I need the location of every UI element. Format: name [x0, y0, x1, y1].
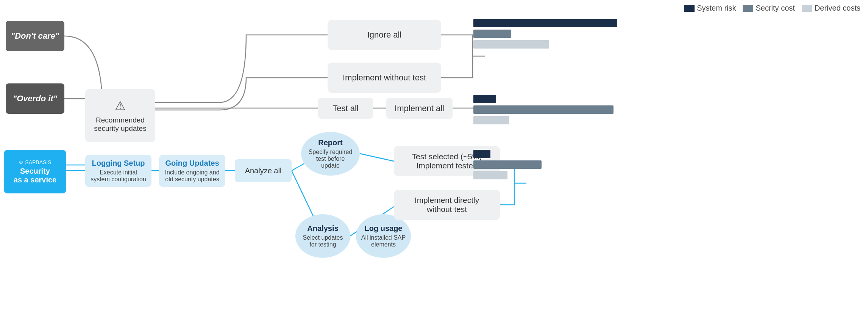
bar-system-risk-top: [473, 19, 617, 27]
bars-middle-group: [473, 95, 632, 124]
report-title: Report: [318, 138, 342, 147]
implement-directly-node: Implement directlywithout test: [394, 190, 500, 220]
bar-row-system-risk-middle: [473, 95, 632, 103]
going-title: Going Updates: [165, 159, 219, 168]
implement-directly-label: Implement directlywithout test: [415, 196, 479, 214]
bar-system-risk-bottom: [473, 150, 490, 158]
analyze-all-node: Analyze all: [235, 159, 292, 182]
analysis-node: Analysis Select updatesfor testing: [295, 214, 350, 258]
going-updates-node: Going Updates Include ongoing andold sec…: [159, 155, 225, 187]
security-cost-icon: [743, 5, 753, 12]
bar-derived-middle: [473, 116, 509, 124]
system-risk-icon: [684, 5, 695, 12]
bar-group-top: [473, 19, 632, 49]
logging-setup-node: Logging Setup Execute initialsystem conf…: [85, 155, 151, 187]
ignore-all-node: Ignore all: [328, 20, 441, 50]
bar-row-system-risk-top: [473, 19, 632, 27]
bars-top-group: [473, 19, 632, 49]
going-sub: Include ongoing andold security updates: [165, 169, 219, 183]
analyze-label: Analyze all: [245, 166, 282, 175]
bar-row-derived-middle: [473, 116, 632, 124]
overdo-node: "Overdo it": [6, 83, 64, 114]
derived-costs-icon: [802, 5, 812, 12]
implement-without-label: Implement without test: [343, 73, 426, 83]
report-sub: Specify requiredtest beforeupdate: [309, 149, 353, 169]
report-node: Report Specify requiredtest beforeupdate: [301, 132, 360, 176]
sapbasis-node: ⚙ SAPBASIS Securityas a service: [4, 150, 66, 193]
bar-derived-top: [473, 40, 549, 49]
implement-all-node: Implement all: [386, 98, 453, 119]
bar-row-security-cost-top: [473, 30, 632, 38]
diagram-container: System risk Secrity cost Derived costs "…: [0, 0, 868, 325]
test-selected-label: Test selected (~5%)Implement tested: [412, 152, 482, 170]
ignore-all-label: Ignore all: [367, 30, 402, 40]
bar-security-cost-bottom: [473, 160, 542, 169]
legend-security-cost: Secrity cost: [743, 4, 795, 13]
bar-row-security-cost-bottom: [473, 160, 632, 169]
bar-derived-bottom: [473, 171, 507, 179]
analysis-sub: Select updatesfor testing: [303, 234, 343, 248]
legend-security-cost-label: Secrity cost: [756, 4, 795, 13]
overdo-label: "Overdo it": [13, 94, 57, 104]
bar-security-cost-top: [473, 30, 511, 38]
logging-title: Logging Setup: [92, 159, 145, 168]
legend: System risk Secrity cost Derived costs: [684, 4, 860, 13]
logusage-node: Log usage All installed SAPelements: [356, 214, 411, 258]
legend-system-risk: System risk: [684, 4, 736, 13]
logging-sub: Execute initialsystem configuration: [91, 169, 146, 183]
analysis-title: Analysis: [307, 224, 338, 233]
sapbasis-logo: ⚙ SAPBASIS: [19, 159, 51, 165]
logusage-sub: All installed SAPelements: [361, 234, 406, 248]
dont-care-label: "Don't care": [11, 31, 59, 41]
test-all-node: Test all: [318, 98, 373, 119]
test-all-label: Test all: [333, 104, 358, 113]
bars-bottom-group: [473, 150, 632, 179]
implement-all-label: Implement all: [395, 104, 444, 113]
dont-care-node: "Don't care": [6, 21, 64, 51]
implement-without-test-node: Implement without test: [328, 63, 441, 93]
legend-system-risk-label: System risk: [697, 4, 736, 13]
legend-derived-costs-label: Derived costs: [815, 4, 860, 13]
recommended-label: Recommendedsecurity updates: [94, 116, 146, 133]
bar-system-risk-middle: [473, 95, 496, 103]
bar-row-system-risk-bottom: [473, 150, 632, 158]
recommended-node: ⚠ Recommendedsecurity updates: [85, 89, 155, 142]
bar-security-cost-middle: [473, 105, 614, 114]
legend-derived-costs: Derived costs: [802, 4, 860, 13]
bar-row-derived-bottom: [473, 171, 632, 179]
bar-row-derived-top: [473, 40, 632, 49]
warning-icon: ⚠: [115, 99, 126, 113]
bar-group-bottom: [473, 150, 632, 179]
bar-group-middle: [473, 95, 632, 124]
sapbasis-title: Securityas a service: [14, 167, 56, 184]
logusage-title: Log usage: [364, 224, 402, 233]
bar-row-security-cost-middle: [473, 105, 632, 114]
